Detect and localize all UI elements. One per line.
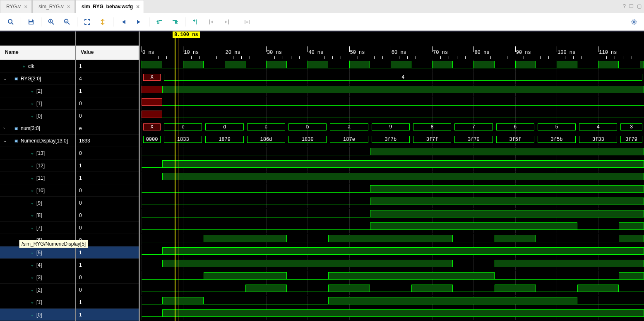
signal-value-row: 1 — [76, 172, 139, 184]
wave-segment — [162, 260, 453, 267]
tab-sim-ryg-v[interactable]: sim_RYG.v × — [32, 0, 75, 13]
wave-row[interactable] — [140, 246, 644, 258]
chevron-down-icon[interactable]: ⌄ — [3, 138, 9, 143]
restore-icon[interactable]: ❐ — [629, 3, 634, 9]
wave-row[interactable] — [140, 283, 644, 296]
signal-name-row[interactable]: ⏚[0] — [0, 110, 75, 122]
signal-name-row[interactable]: ›▣num[3:0] — [0, 122, 75, 135]
wave-row[interactable] — [140, 221, 644, 234]
wave-row[interactable] — [140, 271, 644, 283]
wave-row[interactable] — [140, 184, 644, 196]
signal-name-row[interactable]: ⌄▣NumericDisplay[13:0] — [0, 135, 75, 147]
signal-name-list[interactable]: ⏚clk⌄▣RYG[2:0]⏚[2]⏚[1]⏚[0]›▣num[3:0]⌄▣Nu… — [0, 60, 75, 321]
wave-row[interactable]: X4 — [140, 72, 644, 84]
signal-value-text: 1833 — [79, 138, 90, 144]
signal-value-text: 0 — [79, 113, 82, 119]
next-transition-icon[interactable] — [168, 16, 182, 28]
wave-row[interactable] — [140, 109, 644, 122]
signal-value-row: 1 — [76, 60, 139, 72]
goto-start-icon[interactable] — [117, 16, 130, 28]
signal-name-row[interactable]: ⏚[2] — [0, 284, 75, 296]
signal-name-row[interactable]: ⏚[4] — [0, 259, 75, 271]
zoom-in-icon[interactable] — [45, 16, 58, 28]
signal-name-row[interactable]: ⏚[2] — [0, 85, 75, 97]
prev-transition-icon[interactable] — [153, 16, 166, 28]
wave-row[interactable] — [140, 60, 644, 72]
help-icon[interactable]: ? — [623, 3, 626, 9]
signal-name-row[interactable]: ⏚[0] — [0, 309, 75, 321]
zoom-out-icon[interactable] — [60, 16, 74, 28]
maximize-icon[interactable]: ▢ — [637, 3, 642, 9]
signal-name-row[interactable]: ⏚[13] — [0, 147, 75, 159]
wave-segment — [370, 287, 411, 292]
signal-name-row[interactable]: ⏚clk — [0, 60, 75, 72]
cursor-time-label[interactable]: 8.100 ns — [173, 31, 200, 38]
save-icon[interactable] — [24, 16, 38, 28]
close-icon[interactable]: × — [67, 3, 70, 10]
tab-sim-ryg-behav-wcfg[interactable]: sim_RYG_behav.wcfg × — [75, 0, 144, 13]
goto-end-icon[interactable] — [132, 16, 146, 28]
wave-segment — [370, 210, 644, 217]
add-marker-icon[interactable] — [189, 16, 202, 28]
signal-name-row[interactable]: ⏚[8] — [0, 209, 75, 222]
wave-row[interactable]: Xedcba9876543 — [140, 122, 644, 134]
signal-value-text: 1 — [79, 175, 82, 181]
signal-value-text: 1 — [79, 250, 82, 256]
chevron-down-icon[interactable]: ⌄ — [3, 76, 9, 81]
signal-name-row[interactable]: ⏚[3] — [0, 271, 75, 284]
signal-value-row: 0 — [76, 147, 139, 159]
signal-name-row[interactable]: ⏚[5] — [0, 246, 75, 259]
wave-row[interactable] — [140, 97, 644, 109]
wave-row[interactable] — [140, 308, 644, 321]
wave-row[interactable] — [140, 296, 644, 308]
signal-name-row[interactable]: ⏚[9] — [0, 197, 75, 209]
wave-row[interactable]: 000018331879186d1830187e3f7b3f7f3f703f5f… — [140, 134, 644, 147]
signal-value-text: 1 — [79, 299, 82, 305]
wave-row[interactable] — [140, 147, 644, 159]
wave-segment — [577, 285, 619, 292]
signal-name-row[interactable]: ⏚[1] — [0, 296, 75, 309]
signal-name-row[interactable]: ⏚[11] — [0, 172, 75, 184]
time-ruler[interactable]: 0 ns10 ns20 ns30 ns40 ns50 ns60 ns70 ns8… — [140, 46, 644, 60]
wave-row[interactable] — [140, 209, 644, 221]
wave-row[interactable] — [140, 234, 644, 246]
name-header[interactable]: Name — [0, 46, 75, 60]
next-marker-icon[interactable] — [220, 16, 233, 28]
wave-row[interactable] — [140, 196, 644, 209]
waveform-rows[interactable]: X4Xedcba9876543000018331879186d1830187e3… — [140, 60, 644, 321]
wire-icon: ⏚ — [29, 113, 35, 118]
wave-segment — [495, 235, 536, 242]
prev-marker-icon[interactable] — [204, 16, 218, 28]
tab-ryg-v[interactable]: RYG.v × — [0, 0, 32, 13]
signal-name-row[interactable]: ⏚[7] — [0, 222, 75, 234]
chevron-right-icon[interactable]: › — [3, 126, 9, 130]
wave-row[interactable] — [140, 171, 644, 184]
wave-row[interactable] — [140, 258, 644, 271]
signal-value-row: 0 — [76, 110, 139, 122]
wave-row[interactable] — [140, 84, 644, 97]
wire-icon: ⏚ — [29, 312, 35, 317]
cursor-line-secondary[interactable] — [178, 37, 178, 321]
waveform-area[interactable]: 8.100 ns 0 ns10 ns20 ns30 ns40 ns50 ns60… — [140, 31, 644, 321]
wave-segment — [370, 185, 644, 193]
close-icon[interactable]: × — [136, 3, 139, 10]
signal-name-text: [0] — [36, 312, 42, 318]
signal-name-row[interactable]: ⌄▣RYG[2:0] — [0, 72, 75, 85]
value-header[interactable]: Value — [76, 46, 139, 60]
zoom-fit-icon[interactable] — [81, 16, 94, 28]
wave-segment — [432, 61, 453, 68]
signal-name-row[interactable]: ⏚[10] — [0, 184, 75, 197]
signal-name-row[interactable]: ⏚[12] — [0, 159, 75, 172]
wave-segment — [495, 285, 536, 292]
cursor-line[interactable] — [175, 37, 175, 321]
signal-name-text: [2] — [36, 88, 42, 94]
wave-segment — [391, 61, 411, 68]
goto-cursor-icon[interactable] — [96, 16, 110, 28]
swap-markers-icon[interactable] — [240, 16, 254, 28]
gear-icon[interactable] — [627, 16, 641, 28]
signal-name-row[interactable]: ⏚[1] — [0, 97, 75, 110]
search-icon[interactable] — [4, 16, 17, 28]
bus-segment: 3f5b — [538, 136, 576, 143]
close-icon[interactable]: × — [24, 3, 27, 10]
wave-row[interactable] — [140, 159, 644, 171]
